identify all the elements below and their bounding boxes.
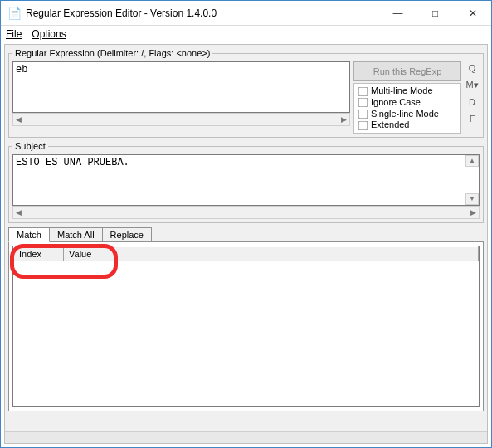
menubar: File Options: [1, 26, 491, 42]
flag-ignorecase-checkbox[interactable]: [358, 98, 368, 108]
results-box: Index Value: [12, 246, 480, 407]
tab-match[interactable]: Match: [8, 227, 50, 242]
subject-group: Subject ▲ ▼ ◀▶: [8, 141, 484, 223]
side-d-button[interactable]: D: [469, 97, 475, 107]
regex-hscrollbar[interactable]: ◀▶: [12, 113, 350, 126]
run-regexp-button[interactable]: Run this RegExp: [353, 61, 461, 81]
window-title: Regular Expression Editor - Version 1.4.…: [26, 7, 379, 19]
subject-scroll-up[interactable]: ▲: [465, 155, 479, 167]
flag-multiline[interactable]: Multi-line Mode: [358, 85, 457, 97]
regex-input[interactable]: [12, 61, 350, 113]
menu-file[interactable]: File: [6, 28, 22, 40]
subject-legend: Subject: [12, 141, 48, 151]
side-m-button[interactable]: M▾: [465, 80, 478, 90]
flag-singleline-checkbox[interactable]: [358, 110, 368, 119]
regex-group: Regular Expression (Delimiter: /, Flags:…: [8, 48, 484, 138]
tab-panel: Index Value: [8, 241, 484, 411]
side-f-button[interactable]: F: [470, 114, 475, 124]
regex-legend: Regular Expression (Delimiter: /, Flags:…: [12, 48, 212, 58]
column-index[interactable]: Index: [14, 247, 64, 261]
tab-replace[interactable]: Replace: [102, 227, 152, 242]
results-table: Index Value: [13, 246, 479, 261]
content-area: Regular Expression (Delimiter: /, Flags:…: [4, 44, 488, 444]
column-value[interactable]: Value: [64, 247, 479, 261]
tabstrip: Match Match All Replace: [8, 227, 484, 242]
app-icon: 📄: [7, 7, 21, 20]
side-q-button[interactable]: Q: [469, 63, 476, 73]
results-header-row: Index Value: [14, 247, 479, 261]
flag-extended[interactable]: Extended: [358, 119, 457, 131]
close-button[interactable]: ✕: [454, 1, 491, 25]
window-controls: — □ ✕: [379, 1, 491, 25]
titlebar: 📄 Regular Expression Editor - Version 1.…: [1, 1, 491, 26]
flag-multiline-checkbox[interactable]: [358, 86, 368, 96]
statusbar: [5, 431, 487, 443]
flag-singleline[interactable]: Single-line Mode: [358, 109, 457, 120]
maximize-button[interactable]: □: [416, 1, 454, 25]
subject-scroll-down[interactable]: ▼: [465, 193, 479, 205]
tab-match-all[interactable]: Match All: [49, 227, 103, 242]
flag-extended-checkbox[interactable]: [358, 120, 368, 130]
side-buttons: Q M▾ D F: [465, 61, 480, 134]
menu-options[interactable]: Options: [32, 28, 66, 40]
subject-input[interactable]: [12, 154, 480, 206]
results-area: Match Match All Replace Index Value: [8, 226, 484, 411]
subject-hscrollbar[interactable]: ◀▶: [12, 206, 480, 219]
minimize-button[interactable]: —: [379, 1, 416, 25]
flags-panel: Multi-line Mode Ignore Case Single-line …: [353, 83, 461, 134]
flag-ignorecase[interactable]: Ignore Case: [358, 97, 457, 109]
